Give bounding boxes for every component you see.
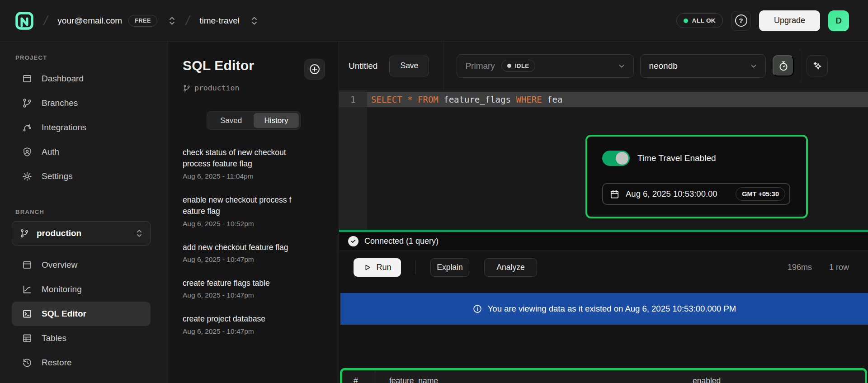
branch-selector[interactable]: production xyxy=(12,221,151,246)
run-button[interactable]: Run xyxy=(354,258,401,277)
history-item-time: Aug 6, 2025 - 10:47pm xyxy=(183,255,325,264)
monitoring-icon xyxy=(22,284,33,295)
sidebar-item-monitoring[interactable]: Monitoring xyxy=(12,277,151,302)
query-actions-row: Run Explain Analyze 196ms 1 row xyxy=(339,251,868,284)
timestamp-value: Aug 6, 2025 10:53:00.00 xyxy=(626,189,730,199)
status-badge[interactable]: ALL OK xyxy=(676,13,723,28)
history-item[interactable]: create project databaseAug 6, 2025 - 10:… xyxy=(183,313,325,335)
sidebar-item-overview[interactable]: Overview xyxy=(12,253,151,277)
results-table: #feature_nameenabled 1new_checkout_proce… xyxy=(340,368,867,383)
sparkles-icon xyxy=(811,60,823,72)
account-email[interactable]: your@email.com xyxy=(57,16,122,26)
integrations-icon xyxy=(22,122,33,133)
active-code-line[interactable]: 1 SELECT * FROM feature_flags WHERE fea xyxy=(339,92,868,107)
tab-history[interactable]: History xyxy=(254,113,299,128)
sidebar-item-label: Branches xyxy=(42,98,78,108)
sidebar-item-auth[interactable]: Auth xyxy=(12,140,151,164)
status-ok-dot-icon xyxy=(684,19,688,23)
time-travel-button[interactable] xyxy=(773,55,794,76)
column-header-row-number: # xyxy=(342,370,375,383)
account-switcher-chevrons-icon[interactable] xyxy=(168,15,176,26)
panel-branch: production xyxy=(183,84,325,92)
time-travel-toggle[interactable] xyxy=(602,151,630,166)
panel-branch-name: production xyxy=(194,84,239,92)
breadcrumb-slash: / xyxy=(184,13,191,28)
ai-assist-button[interactable] xyxy=(807,55,828,76)
run-button-label: Run xyxy=(376,263,391,272)
sidebar-item-label: Dashboard xyxy=(42,74,84,84)
history-item-time: Aug 6, 2025 - 10:47pm xyxy=(183,291,325,299)
branch-section-label: BRANCH xyxy=(12,208,168,215)
sidebar-item-integrations[interactable]: Integrations xyxy=(12,115,151,140)
timezone-badge: GMT +05:30 xyxy=(736,187,785,201)
analyze-button[interactable]: Analyze xyxy=(484,258,537,277)
sidebar-item-label: Overview xyxy=(42,260,77,270)
avatar[interactable]: D xyxy=(828,10,849,31)
sql-editor-icon xyxy=(22,308,33,319)
editor-toolbar: Untitled Save Primary IDLE neondb xyxy=(339,42,868,90)
sidebar-item-label: Settings xyxy=(42,171,73,181)
query-tab-title[interactable]: Untitled xyxy=(349,61,377,71)
database-name: neondb xyxy=(649,61,677,71)
plan-badge: FREE xyxy=(128,15,157,27)
history-item-time: Aug 6, 2025 - 10:47pm xyxy=(183,327,325,336)
database-dropdown[interactable]: neondb xyxy=(640,54,766,78)
branch-icon xyxy=(183,84,191,92)
sidebar-item-label: Integrations xyxy=(42,123,86,132)
time-travel-banner-text: You are viewing data as it existed on Au… xyxy=(488,304,736,314)
gear-icon xyxy=(22,171,33,182)
history-item-time: Aug 6, 2025 - 11:04pm xyxy=(183,172,325,180)
connection-status-text: Connected (1 query) xyxy=(364,236,439,246)
new-query-button[interactable] xyxy=(304,59,325,80)
line-number: 1 xyxy=(339,92,367,107)
branch-selector-value: production xyxy=(37,228,128,238)
play-icon xyxy=(363,263,372,272)
history-list: check status of new checkout process fea… xyxy=(183,147,325,336)
sidebar-item-branches[interactable]: Branches xyxy=(12,91,151,115)
history-item[interactable]: check status of new checkout process fea… xyxy=(183,147,325,180)
time-travel-popup: Time Travel Enabled Aug 6, 2025 10:53:00… xyxy=(585,135,808,218)
results-section: Run Explain Analyze 196ms 1 row You are … xyxy=(339,251,868,383)
line-number-gutter xyxy=(339,90,367,230)
info-icon xyxy=(472,304,482,314)
upgrade-button[interactable]: Upgrade xyxy=(759,10,820,31)
saved-history-tabs: SavedHistory xyxy=(207,111,301,130)
sidebar-item-label: Tables xyxy=(42,333,66,343)
time-travel-toggle-label: Time Travel Enabled xyxy=(637,153,716,163)
neon-logo[interactable] xyxy=(15,11,34,30)
history-item[interactable]: create feature flags tableAug 6, 2025 - … xyxy=(183,278,325,299)
sidebar: PROJECT Dashboard Branches Integrations xyxy=(0,42,168,383)
column-header-feature_name: feature_name xyxy=(375,370,693,383)
actions-divider xyxy=(415,260,415,274)
sidebar-item-sql-editor[interactable]: SQL Editor xyxy=(12,302,151,326)
question-icon: ? xyxy=(735,14,747,27)
sidebar-item-settings[interactable]: Settings xyxy=(12,164,151,189)
compute-dropdown[interactable]: Primary IDLE xyxy=(457,54,634,78)
sql-code-text[interactable]: SELECT * FROM feature_flags WHERE fea xyxy=(367,92,868,107)
time-travel-banner: You are viewing data as it existed on Au… xyxy=(340,293,868,325)
tab-saved[interactable]: Saved xyxy=(208,113,254,128)
code-editor[interactable]: 1 SELECT * FROM feature_flags WHERE fea … xyxy=(339,90,868,230)
history-item-title: add new checkout feature flag xyxy=(183,242,325,253)
timestamp-input[interactable]: Aug 6, 2025 10:53:00.00 GMT +05:30 xyxy=(602,183,790,205)
sql-editor-panel: SQL Editor production SavedHistory check… xyxy=(168,42,339,383)
sidebar-item-restore[interactable]: Restore xyxy=(12,350,151,375)
dashboard-icon xyxy=(22,73,33,84)
sidebar-item-dashboard[interactable]: Dashboard xyxy=(12,66,151,91)
history-item-title: enable new checkout process f eature fla… xyxy=(183,194,325,218)
query-duration: 196ms xyxy=(788,263,812,272)
project-name[interactable]: time-travel xyxy=(199,16,240,26)
help-button[interactable]: ? xyxy=(731,11,751,31)
history-item[interactable]: add new checkout feature flagAug 6, 2025… xyxy=(183,242,325,264)
sidebar-item-label: Monitoring xyxy=(42,284,82,294)
history-item-title: create project database xyxy=(183,313,325,325)
project-section-label: PROJECT xyxy=(12,54,168,61)
save-button[interactable]: Save xyxy=(389,56,429,76)
results-table-header: #feature_nameenabled xyxy=(342,370,865,383)
project-switcher-chevrons-icon[interactable] xyxy=(250,15,258,26)
history-item-title: check status of new checkout process fea… xyxy=(183,147,325,170)
compute-name: Primary xyxy=(465,61,495,71)
history-item[interactable]: enable new checkout process f eature fla… xyxy=(183,194,325,228)
sidebar-item-tables[interactable]: Tables xyxy=(12,326,151,350)
explain-button[interactable]: Explain xyxy=(430,258,469,277)
